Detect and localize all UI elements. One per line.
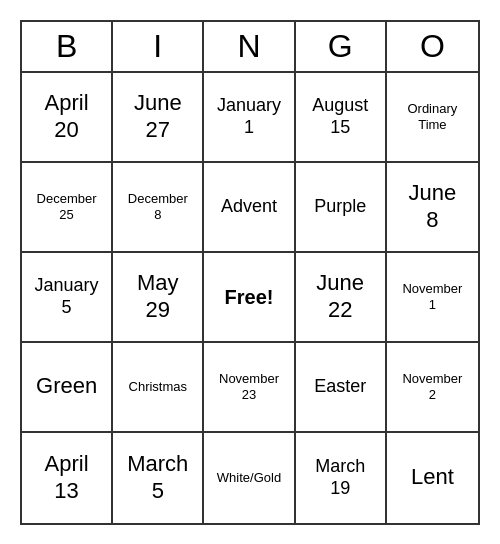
header-letter: O [387, 22, 478, 71]
bingo-cell: November 2 [387, 343, 478, 433]
bingo-cell: Christmas [113, 343, 204, 433]
bingo-card: BINGO April 20June 27January 1August 15O… [20, 20, 480, 525]
bingo-cell: June 8 [387, 163, 478, 253]
bingo-cell: Easter [296, 343, 387, 433]
bingo-cell: Lent [387, 433, 478, 523]
bingo-cell: January 5 [22, 253, 113, 343]
bingo-cell: January 1 [204, 73, 295, 163]
bingo-cell: April 13 [22, 433, 113, 523]
bingo-cell: Purple [296, 163, 387, 253]
bingo-cell: White/Gold [204, 433, 295, 523]
header-letter: B [22, 22, 113, 71]
bingo-cell: November 1 [387, 253, 478, 343]
bingo-cell: December 8 [113, 163, 204, 253]
bingo-cell: Free! [204, 253, 295, 343]
bingo-cell: June 22 [296, 253, 387, 343]
bingo-cell: December 25 [22, 163, 113, 253]
bingo-cell: May 29 [113, 253, 204, 343]
bingo-cell: March 5 [113, 433, 204, 523]
bingo-cell: Ordinary Time [387, 73, 478, 163]
bingo-cell: August 15 [296, 73, 387, 163]
bingo-cell: November 23 [204, 343, 295, 433]
header-letter: N [204, 22, 295, 71]
bingo-header: BINGO [22, 22, 478, 73]
header-letter: I [113, 22, 204, 71]
bingo-cell: April 20 [22, 73, 113, 163]
bingo-grid: April 20June 27January 1August 15Ordinar… [22, 73, 478, 523]
bingo-cell: Green [22, 343, 113, 433]
bingo-cell: June 27 [113, 73, 204, 163]
bingo-cell: Advent [204, 163, 295, 253]
header-letter: G [296, 22, 387, 71]
bingo-cell: March 19 [296, 433, 387, 523]
